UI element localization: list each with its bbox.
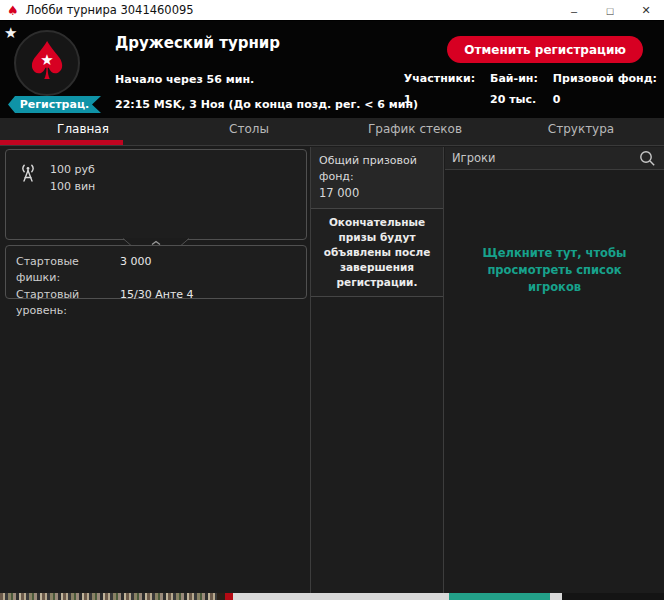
window-title: Лобби турнира 3041460095 [26,3,194,17]
tab-stack-chart[interactable]: График стеков [332,118,498,145]
stat-prize-pool: Призовой фонд: 0 [553,72,657,106]
sliver-segment [562,593,664,600]
show-players-link[interactable]: Щелкните тут, чтобы просмотреть список и… [445,245,664,296]
minimize-button[interactable]: – [556,0,592,21]
maximize-button[interactable]: □ [592,0,628,21]
stat-label: Бай-ин: [490,72,538,85]
logo-star-icon: ★ [16,51,78,69]
tab-bar: Главная Столы График стеков Структура [0,118,664,146]
overview-column: 100 руб 100 вин Стартовые фишки: 3 000 С… [0,147,310,593]
start-info-box: Стартовые фишки: 3 000 Стартовый уровень… [5,245,307,299]
sliver-segment [233,593,449,600]
prize-pool-label: Общий призовой фонд: [319,153,435,185]
starting-chips-label: Стартовые фишки: [16,254,120,286]
stat-label: Участники: [404,72,475,85]
stat-value: 0 [553,93,657,106]
tab-tables[interactable]: Столы [166,118,332,145]
sliver-segment [550,593,562,600]
search-icon[interactable] [639,150,656,167]
cancel-registration-button[interactable]: Отменить регистрацию [447,36,643,63]
players-column: Щелкните тут, чтобы просмотреть список и… [445,147,664,593]
buyin-currency-line: 100 руб [50,161,95,178]
pokerstars-logo: ♠ ★ [14,30,80,96]
window-controls: – □ ✕ [556,0,664,21]
starting-chips-value: 3 000 [120,254,296,270]
tournament-lobby-window: ♠ Лобби турнира 3041460095 – □ ✕ ★ ♠ ★ Р… [0,0,664,600]
prize-notice: Окончательные призы будут объявлены посл… [311,209,443,297]
players-search-input[interactable] [452,148,632,168]
schedule-info: 22:15 MSK, 3 Ноя (До конца позд. рег. < … [115,98,418,111]
buyin-inner: 100 руб 100 вин [6,150,306,206]
tournament-header: ★ ♠ ★ Регистрац. Дружеский турнир Начало… [0,21,664,118]
background-window-sliver [0,593,664,600]
sliver-segment [225,593,233,600]
starting-level-label: Стартовый уровень: [16,287,120,319]
tab-structure[interactable]: Структура [498,118,664,145]
prize-pool-value: 17 000 [319,185,435,202]
sliver-segment [217,593,225,600]
starting-level-value: 15/30 Анте 4 [120,287,296,303]
players-search-bar [445,147,664,170]
stat-participants: Участники: 1 [404,72,475,106]
status-badge: Регистрац. [8,96,101,113]
sliver-segment [449,593,550,600]
prize-pool-cell: Общий призовой фонд: 17 000 [311,147,443,209]
stat-value: 1 [404,93,475,106]
prize-column: Общий призовой фонд: 17 000 Окончательны… [310,147,444,593]
buyin-points-line: 100 вин [50,178,95,195]
close-button[interactable]: ✕ [628,0,664,21]
buyin-amounts: 100 руб 100 вин [50,161,95,195]
stat-buyin: Бай-ин: 20 тыс. [490,72,538,106]
titlebar: ♠ Лобби турнира 3041460095 – □ ✕ [0,0,664,21]
stat-value: 20 тыс. [490,93,538,106]
buyin-info-box: 100 руб 100 вин [5,149,307,240]
tournament-stats: Участники: 1 Бай-ин: 20 тыс. Призовой фо… [404,72,657,106]
start-info-grid: Стартовые фишки: 3 000 Стартовый уровень… [16,254,296,319]
background-table-sliver [0,593,217,600]
active-tab-indicator [0,140,123,145]
main-content: 100 руб 100 вин Стартовые фишки: 3 000 С… [0,147,664,593]
app-spade-icon: ♠ [7,4,19,17]
start-countdown: Начало через 56 мин. [115,73,254,86]
broadcast-antenna-icon [16,161,40,185]
tournament-name: Дружеский турнир [115,34,280,52]
stat-label: Призовой фонд: [553,72,657,85]
